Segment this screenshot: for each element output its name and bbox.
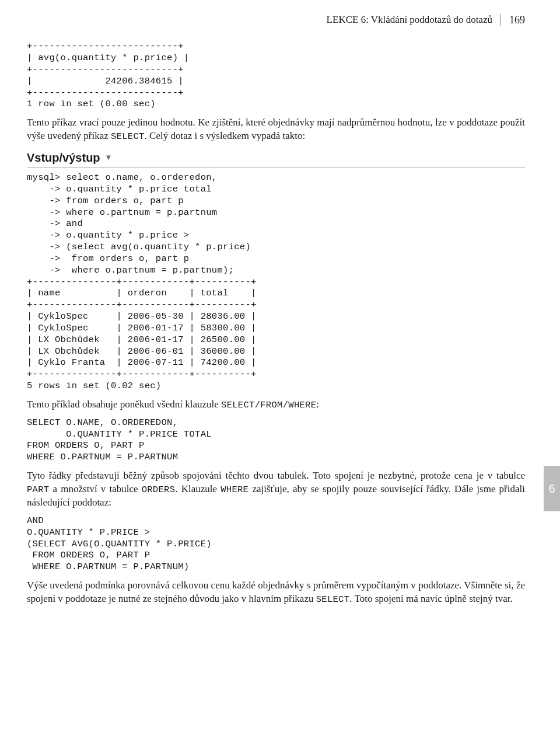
paragraph-3-text-c: . Klauzule bbox=[175, 483, 220, 494]
code-block-select-clause: SELECT O.NAME, O.ORDEREDON, O.QUANTITY *… bbox=[27, 417, 525, 463]
paragraph-2: Tento příklad obsahuje poněkud všední kl… bbox=[27, 398, 525, 412]
triangle-down-icon: ▼ bbox=[105, 152, 113, 163]
chapter-side-tab: 6 bbox=[544, 466, 560, 511]
paragraph-3: Tyto řádky představují běžný způsob spoj… bbox=[27, 469, 525, 510]
running-head: LEKCE 6: Vkládání poddotazů do dotazů 16… bbox=[27, 13, 525, 27]
code-block-avg-result: +--------------------------+ | avg(o.qua… bbox=[27, 41, 525, 110]
paragraph-2-text-b: : bbox=[316, 399, 319, 410]
page: LEKCE 6: Vkládání poddotazů do dotazů 16… bbox=[0, 0, 560, 753]
section-heading-vstup-vystup: Vstup/výstup ▼ bbox=[27, 149, 525, 168]
running-head-title: LEKCE 6: Vkládání poddotazů do dotazů bbox=[327, 14, 501, 26]
inline-code-select-from-where: SELECT/FROM/WHERE bbox=[221, 400, 316, 410]
code-block-subquery: AND O.QUANTITY * P.PRICE > (SELECT AVG(O… bbox=[27, 515, 525, 573]
paragraph-1: Tento příkaz vrací pouze jedinou hodnotu… bbox=[27, 116, 525, 143]
page-number: 169 bbox=[501, 13, 525, 27]
inline-code-select-2: SELECT bbox=[316, 594, 350, 605]
chapter-side-tab-number: 6 bbox=[548, 481, 555, 497]
paragraph-3-text-b: a množství v tabulce bbox=[49, 483, 141, 494]
paragraph-4-text-b: . Toto spojení má navíc úplně stejný tva… bbox=[349, 593, 512, 604]
code-block-query-and-result: mysql> select o.name, o.orderedon, -> o.… bbox=[27, 172, 525, 392]
inline-code-part: PART bbox=[27, 484, 49, 495]
inline-code-where: WHERE bbox=[220, 484, 249, 495]
paragraph-2-text-a: Tento příklad obsahuje poněkud všední kl… bbox=[27, 399, 221, 410]
section-heading-label: Vstup/výstup bbox=[27, 149, 104, 167]
inline-code-select-1: SELECT bbox=[111, 131, 145, 142]
paragraph-1-text-b: . Celý dotaz i s výsledkem vypadá takto: bbox=[145, 130, 306, 141]
inline-code-orders: ORDERS bbox=[142, 484, 176, 495]
paragraph-4: Výše uvedená podmínka porovnává celkovou… bbox=[27, 579, 525, 606]
paragraph-3-text-a: Tyto řádky představují běžný způsob spoj… bbox=[27, 470, 525, 481]
